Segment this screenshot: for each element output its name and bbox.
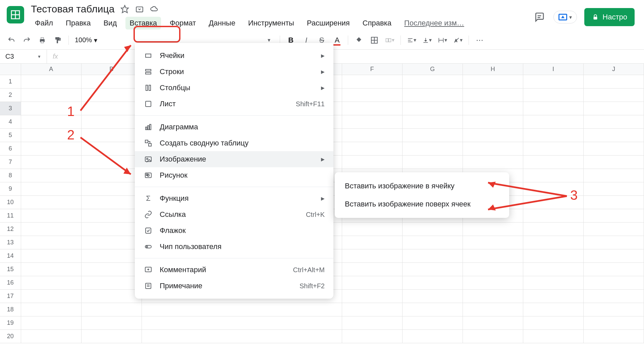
cell[interactable] (584, 263, 644, 276)
row-number[interactable]: 6 (0, 142, 21, 156)
cell[interactable] (82, 209, 142, 223)
column-header[interactable]: I (523, 64, 584, 75)
wrap-icon[interactable]: ▾ (438, 36, 447, 45)
cell[interactable] (523, 115, 584, 129)
row-number[interactable]: 9 (0, 182, 21, 196)
cell[interactable] (402, 88, 463, 102)
cell[interactable] (523, 303, 584, 316)
cell[interactable] (402, 330, 463, 343)
menu-edit[interactable]: Правка (62, 17, 95, 29)
cell[interactable] (402, 290, 463, 303)
cell[interactable] (523, 102, 584, 115)
column-header[interactable]: H (463, 64, 523, 75)
cell[interactable] (523, 249, 584, 263)
column-header[interactable]: F (342, 64, 402, 75)
cell[interactable] (463, 88, 523, 102)
halign-icon[interactable]: ▾ (407, 36, 416, 45)
row-number[interactable]: 17 (0, 290, 21, 303)
cell[interactable] (523, 142, 584, 156)
undo-icon[interactable] (7, 36, 16, 45)
cell[interactable] (463, 290, 523, 303)
cell[interactable] (463, 263, 523, 276)
column-header[interactable]: J (584, 64, 644, 75)
move-icon[interactable] (135, 5, 144, 13)
cell[interactable] (523, 316, 584, 330)
row-number[interactable]: 8 (0, 169, 21, 182)
row-number[interactable]: 2 (0, 88, 21, 102)
submenu-insert-image-over-cells[interactable]: Вставить изображение поверх ячеек (335, 195, 509, 213)
cell[interactable] (463, 303, 523, 316)
cell[interactable] (342, 156, 402, 169)
cell[interactable] (584, 209, 644, 223)
menu-item-checkbox[interactable]: Флажок (135, 223, 333, 239)
cell[interactable] (82, 223, 142, 236)
cell[interactable] (21, 88, 82, 102)
comments-icon[interactable] (533, 10, 546, 24)
cell[interactable] (21, 75, 82, 88)
cell[interactable] (584, 249, 644, 263)
cell[interactable] (142, 316, 342, 330)
cell[interactable] (584, 75, 644, 88)
cell[interactable] (21, 249, 82, 263)
row-number[interactable]: 13 (0, 236, 21, 249)
cell[interactable] (82, 156, 142, 169)
cell[interactable] (21, 263, 82, 276)
menu-item-chip[interactable]: Чип пользователя (135, 239, 333, 255)
menu-item-cols[interactable]: Столбцы▶ (135, 80, 333, 96)
cell[interactable] (463, 75, 523, 88)
cell[interactable] (82, 75, 142, 88)
cell[interactable] (142, 303, 342, 316)
cell[interactable] (82, 129, 142, 142)
cell[interactable] (523, 182, 584, 196)
cell[interactable] (402, 303, 463, 316)
cell[interactable] (584, 169, 644, 182)
column-header[interactable]: B (82, 64, 142, 75)
cell[interactable] (342, 223, 402, 236)
cell[interactable] (402, 75, 463, 88)
cell[interactable] (523, 330, 584, 343)
cell[interactable] (584, 276, 644, 290)
rotate-icon[interactable]: A▾ (453, 36, 463, 45)
name-box[interactable]: C3▼ (0, 50, 47, 63)
row-number[interactable]: 14 (0, 249, 21, 263)
select-all-corner[interactable] (0, 64, 21, 75)
menu-item-image[interactable]: Изображение▶ (135, 151, 333, 167)
row-number[interactable]: 16 (0, 276, 21, 290)
cell[interactable] (342, 263, 402, 276)
menu-item-sheet[interactable]: ЛистShift+F11 (135, 96, 333, 112)
cell[interactable] (584, 330, 644, 343)
menu-view[interactable]: Вид (99, 17, 121, 29)
cell[interactable] (584, 236, 644, 249)
more-icon[interactable]: ⋯ (475, 36, 484, 45)
row-number[interactable]: 15 (0, 263, 21, 276)
valign-icon[interactable]: ▾ (422, 36, 432, 45)
cell[interactable] (402, 263, 463, 276)
cell[interactable] (342, 236, 402, 249)
fill-color-icon[interactable] (354, 36, 364, 45)
cell[interactable] (342, 88, 402, 102)
menu-item-cells[interactable]: Ячейки▶ (135, 48, 333, 64)
cell[interactable] (402, 142, 463, 156)
cell[interactable] (463, 316, 523, 330)
menu-lastedit[interactable]: Последнее изм… (400, 17, 468, 29)
cell[interactable] (584, 88, 644, 102)
row-number[interactable]: 20 (0, 330, 21, 343)
paint-format-icon[interactable] (53, 36, 62, 45)
cell[interactable] (21, 102, 82, 115)
print-icon[interactable] (38, 36, 47, 45)
cell[interactable] (82, 303, 142, 316)
cell[interactable] (82, 88, 142, 102)
cell[interactable] (584, 142, 644, 156)
cell[interactable] (21, 290, 82, 303)
cell[interactable] (82, 182, 142, 196)
cell[interactable] (584, 196, 644, 209)
cell[interactable] (463, 236, 523, 249)
cell[interactable] (402, 316, 463, 330)
cell[interactable] (342, 316, 402, 330)
row-number[interactable]: 11 (0, 209, 21, 223)
cell[interactable] (402, 249, 463, 263)
cell[interactable] (584, 102, 644, 115)
cell[interactable] (523, 276, 584, 290)
cell[interactable] (584, 156, 644, 169)
cell[interactable] (82, 142, 142, 156)
